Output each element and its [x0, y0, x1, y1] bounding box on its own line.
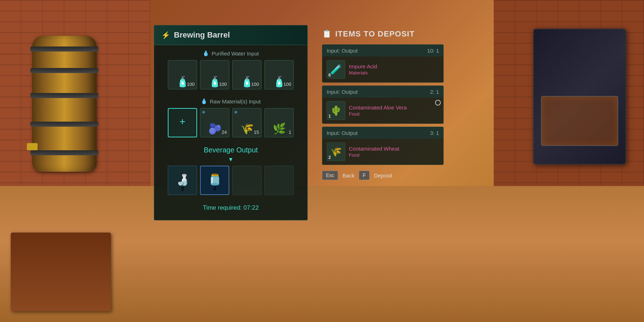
aloe-item-icon: 🌵 1 — [327, 101, 345, 120]
barrel-band — [30, 150, 98, 155]
deposit-row-acid-header: Input: Output 10: 1 — [322, 45, 443, 57]
water-drop-icon: 💧 — [203, 50, 209, 57]
acid-item-type: Materials — [349, 70, 377, 75]
acid-item-name: Impure Acid — [349, 63, 377, 69]
beverage-output-grid: 🍶 9 🫙 4 — [154, 166, 307, 199]
deposit-header: 📋 ITEMS TO DEPOSIT — [322, 25, 444, 44]
wooden-barrel — [29, 36, 100, 186]
f-button[interactable]: F — [359, 171, 370, 180]
barrel-body — [32, 36, 97, 172]
esc-button[interactable]: Esc — [322, 171, 338, 180]
material-slot-berry[interactable]: ❄ 🫐 24 — [200, 108, 229, 137]
bottle-icon: 🍶 — [176, 174, 189, 186]
acid-ratio-value: 10: 1 — [427, 48, 439, 54]
deposit-row-wheat-header: Input: Output 3: 1 — [322, 127, 443, 139]
time-required: Time required: 07:22 — [154, 199, 307, 213]
add-material-slot[interactable]: + — [168, 108, 197, 137]
leaf-count: 1 — [289, 130, 291, 135]
deposit-label: Deposit — [374, 172, 392, 179]
water-slot-4[interactable]: 🧴 100 — [264, 60, 294, 89]
raw-materials-grid: + ❄ 🫐 24 ❄ 🌾 15 🌿 1 — [154, 108, 307, 141]
acid-item-icon: 🧪 6 — [327, 60, 345, 79]
deposit-row-aloe: Input: Output 2: 1 🌵 1 Contaminated Aloe… — [322, 86, 444, 124]
storage-cabinet — [11, 233, 111, 311]
acid-ratio-label: Input: Output — [327, 48, 358, 54]
wheat-item-icon: 🌾 2 — [327, 142, 345, 161]
deposit-panel: 📋 ITEMS TO DEPOSIT Input: Output 10: 1 🧪… — [322, 25, 444, 180]
brewing-panel-header: ⚡ Brewing Barrel — [154, 25, 307, 45]
wheat-ratio-value: 3: 1 — [430, 130, 439, 136]
barrel-band — [30, 68, 98, 73]
output-slot-bottle[interactable]: 🍶 9 — [168, 166, 197, 195]
aloe-ratio-value: 2: 1 — [430, 89, 439, 95]
output-slot-empty-2 — [264, 166, 294, 195]
deposit-row-wheat: Input: Output 3: 1 🌾 2 Contaminated Whea… — [322, 127, 444, 165]
chevron-down-icon: ▼ — [154, 156, 307, 163]
deposit-buttons: Esc Back F Deposit — [322, 165, 444, 180]
deposit-items-list: Input: Output 10: 1 🧪 6 Impure Acid Mate… — [322, 44, 444, 165]
acid-count: 6 — [328, 73, 331, 78]
wheat-item-info: Contaminated Wheat Food — [349, 146, 399, 158]
berry-icon: 🫐 — [208, 122, 221, 135]
beverage-output-label: Beverage Output — [154, 141, 307, 156]
water-input-label: 💧 Purified Water Input — [154, 45, 307, 60]
berry-count: 24 — [222, 130, 227, 135]
water-count-3: 100 — [251, 82, 259, 87]
barrel-band — [30, 122, 98, 127]
aloe-ratio-label: Input: Output — [327, 89, 358, 95]
water-slot-1[interactable]: 🧴 100 — [168, 60, 197, 89]
aloe-count: 1 — [328, 114, 331, 119]
snowflake-icon-2: ❄ — [234, 110, 238, 115]
water-count-4: 100 — [283, 82, 291, 87]
oven — [533, 29, 626, 165]
deposit-title: ITEMS TO DEPOSIT — [335, 29, 415, 39]
grass-icon: 🌾 — [240, 122, 254, 135]
deposit-row-acid: Input: Output 10: 1 🧪 6 Impure Acid Mate… — [322, 44, 444, 83]
deposit-row-acid-content: 🧪 6 Impure Acid Materials — [322, 57, 443, 82]
aloe-item-type: Food — [349, 111, 407, 117]
lightning-icon: ⚡ — [161, 31, 170, 39]
oven-window — [541, 96, 618, 146]
deposit-row-aloe-header: Input: Output 2: 1 — [322, 86, 443, 98]
barrel-band — [30, 47, 98, 52]
deposit-icon: 📋 — [322, 29, 332, 39]
water-input-grid: 🧴 100 🧴 100 🧴 100 🧴 100 — [154, 60, 307, 93]
cursor-indicator — [435, 100, 441, 106]
jar-count: 4 — [213, 186, 216, 192]
brewing-panel-title: Brewing Barrel — [174, 30, 230, 40]
water-count-2: 100 — [219, 82, 227, 87]
wheat-item-type: Food — [349, 152, 399, 158]
brewing-barrel-panel: ⚡ Brewing Barrel 💧 Purified Water Input … — [154, 25, 308, 220]
water-slot-2[interactable]: 🧴 100 — [200, 60, 229, 89]
jar-icon: 🫙 — [208, 173, 221, 186]
material-slot-grass[interactable]: ❄ 🌾 15 — [232, 108, 262, 137]
bottle-count: 9 — [181, 186, 184, 192]
material-slot-leaf[interactable]: 🌿 1 — [264, 108, 294, 137]
water-count-1: 100 — [187, 82, 195, 87]
wheat-count: 2 — [328, 155, 331, 160]
grass-count: 15 — [254, 130, 259, 135]
water-slot-3[interactable]: 🧴 100 — [232, 60, 262, 89]
barrel-band — [30, 93, 98, 98]
water-drop-icon-2: 💧 — [201, 98, 208, 104]
leaf-icon: 🌿 — [273, 122, 286, 135]
deposit-row-wheat-content: 🌾 2 Contaminated Wheat Food — [322, 139, 443, 165]
aloe-item-info: Contaminated Aloe Vera Food — [349, 104, 407, 117]
plus-icon: + — [180, 117, 185, 127]
output-slot-empty-1 — [232, 166, 262, 195]
output-slot-jar[interactable]: 🫙 4 — [200, 166, 229, 195]
aloe-item-name: Contaminated Aloe Vera — [349, 104, 407, 111]
deposit-row-aloe-content: 🌵 1 Contaminated Aloe Vera Food — [322, 98, 443, 123]
back-label: Back — [342, 172, 354, 179]
raw-materials-label: 💧 Raw Material(s) Input — [154, 93, 307, 108]
kitchen-area — [512, 29, 626, 208]
acid-item-info: Impure Acid Materials — [349, 63, 377, 75]
barrel-tap — [27, 143, 38, 150]
wheat-item-name: Contaminated Wheat — [349, 146, 399, 152]
snowflake-icon-1: ❄ — [202, 110, 205, 115]
wheat-ratio-label: Input: Output — [327, 130, 358, 136]
